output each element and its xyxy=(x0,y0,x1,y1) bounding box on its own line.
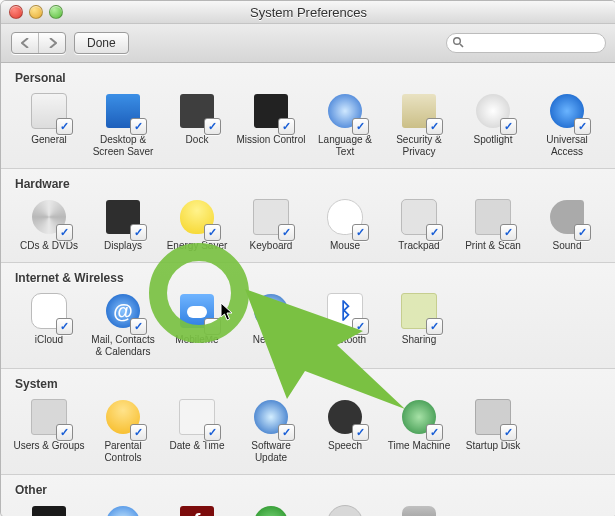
section-grid: iCloudMail, Contacts & CalendarsMobileMe… xyxy=(1,291,615,358)
visibility-checkbox[interactable] xyxy=(500,118,517,135)
visibility-checkbox[interactable] xyxy=(278,424,295,441)
prefpane-trackball-works[interactable]: Trackball Works xyxy=(309,503,381,516)
launchpad-icon xyxy=(399,503,439,516)
prefpane-dock[interactable]: Dock xyxy=(161,91,233,158)
prefpane-flip4mac-wmv[interactable]: Flip4Mac WMV xyxy=(235,503,307,516)
section-system: SystemUsers & GroupsParental ControlsDat… xyxy=(1,369,615,475)
visibility-checkbox[interactable] xyxy=(204,318,221,335)
visibility-checkbox[interactable] xyxy=(574,224,591,241)
close-icon[interactable] xyxy=(9,5,23,19)
visibility-checkbox[interactable] xyxy=(130,424,147,441)
zoom-icon[interactable] xyxy=(49,5,63,19)
visibility-checkbox[interactable] xyxy=(204,224,221,241)
visibility-checkbox[interactable] xyxy=(426,424,443,441)
visibility-checkbox[interactable] xyxy=(204,424,221,441)
prefpane-print-scan[interactable]: Print & Scan xyxy=(457,197,529,252)
svg-line-1 xyxy=(460,44,463,47)
prefpane-parental-controls[interactable]: Parental Controls xyxy=(87,397,159,464)
prefpane-divx[interactable]: DivX xyxy=(87,503,159,516)
prefpane-users-groups[interactable]: Users & Groups xyxy=(13,397,85,464)
prefpane-speech[interactable]: Speech xyxy=(309,397,381,464)
prefpane-label: Date & Time xyxy=(161,440,233,452)
visibility-checkbox[interactable] xyxy=(278,318,295,335)
prefpane-displays[interactable]: Displays xyxy=(87,197,159,252)
network-icon xyxy=(251,291,291,331)
keyboard-icon xyxy=(251,197,291,237)
prefpane-cds-dvds[interactable]: CDs & DVDs xyxy=(13,197,85,252)
app-icon xyxy=(32,506,66,516)
speech-icon xyxy=(325,397,365,437)
prefpane-network[interactable]: Network xyxy=(235,291,307,358)
prefpane-launchpad[interactable]: Launchpad xyxy=(383,503,455,516)
section-grid: Default Folder XDivXFlash PlayerFlip4Mac… xyxy=(1,503,615,516)
prefpane-software-update[interactable]: Software Update xyxy=(235,397,307,464)
prefpane-date-time[interactable]: Date & Time xyxy=(161,397,233,464)
visibility-checkbox[interactable] xyxy=(130,224,147,241)
prefpane-label: Bluetooth xyxy=(309,334,381,346)
visibility-checkbox[interactable] xyxy=(130,118,147,135)
titlebar: System Preferences xyxy=(1,1,615,24)
done-button[interactable]: Done xyxy=(74,32,129,54)
prefpane-trackpad[interactable]: Trackpad xyxy=(383,197,455,252)
energy-saver-icon xyxy=(177,197,217,237)
back-button[interactable] xyxy=(12,33,38,53)
flash-player-icon xyxy=(177,503,217,516)
prefpane-mission-control[interactable]: Mission Control xyxy=(235,91,307,158)
visibility-checkbox[interactable] xyxy=(56,424,73,441)
prefpane-sharing[interactable]: Sharing xyxy=(383,291,455,358)
prefpane-keyboard[interactable]: Keyboard xyxy=(235,197,307,252)
prefpane-mouse[interactable]: Mouse xyxy=(309,197,381,252)
visibility-checkbox[interactable] xyxy=(426,118,443,135)
prefpane-label: Startup Disk xyxy=(457,440,529,452)
prefpane-label: Trackpad xyxy=(383,240,455,252)
minimize-icon[interactable] xyxy=(29,5,43,19)
visibility-checkbox[interactable] xyxy=(352,224,369,241)
prefpane-language-text[interactable]: Language & Text xyxy=(309,91,381,158)
prefpane-label: Spotlight xyxy=(457,134,529,146)
sound-icon xyxy=(547,197,587,237)
prefpane-desktop[interactable]: Desktop & Screen Saver xyxy=(87,91,159,158)
prefpane-spotlight[interactable]: Spotlight xyxy=(457,91,529,158)
visibility-checkbox[interactable] xyxy=(56,224,73,241)
nav-back-forward xyxy=(11,32,66,54)
visibility-checkbox[interactable] xyxy=(500,424,517,441)
prefpane-startup-disk[interactable]: Startup Disk xyxy=(457,397,529,464)
mail-contacts-calendars-icon xyxy=(103,291,143,331)
time-machine-icon xyxy=(399,397,439,437)
visibility-checkbox[interactable] xyxy=(352,424,369,441)
visibility-checkbox[interactable] xyxy=(278,118,295,135)
visibility-checkbox[interactable] xyxy=(278,224,295,241)
visibility-checkbox[interactable] xyxy=(56,118,73,135)
visibility-checkbox[interactable] xyxy=(574,118,591,135)
prefpane-time-machine[interactable]: Time Machine xyxy=(383,397,455,464)
prefpane-icloud[interactable]: iCloud xyxy=(13,291,85,358)
prefpane-general[interactable]: General xyxy=(13,91,85,158)
search-field xyxy=(446,33,606,53)
prefpane-universal-access[interactable]: Universal Access xyxy=(531,91,603,158)
search-input[interactable] xyxy=(446,33,606,53)
visibility-checkbox[interactable] xyxy=(500,224,517,241)
divx-icon xyxy=(103,503,143,516)
visibility-checkbox[interactable] xyxy=(130,318,147,335)
section-header: Other xyxy=(1,481,615,503)
prefpane-label: Universal Access xyxy=(531,134,603,158)
mouse-icon xyxy=(325,197,365,237)
section-header: Personal xyxy=(1,69,615,91)
visibility-checkbox[interactable] xyxy=(426,224,443,241)
prefpane-bluetooth[interactable]: Bluetooth xyxy=(309,291,381,358)
visibility-checkbox[interactable] xyxy=(204,118,221,135)
section-other: OtherDefault Folder XDivXFlash PlayerFli… xyxy=(1,475,615,516)
prefpane-mail-contacts-calendars[interactable]: Mail, Contacts & Calendars xyxy=(87,291,159,358)
prefpane-energy-saver[interactable]: Energy Saver xyxy=(161,197,233,252)
desktop-icon xyxy=(103,91,143,131)
prefpane-default-folder-x[interactable]: Default Folder X xyxy=(13,503,85,516)
visibility-checkbox[interactable] xyxy=(56,318,73,335)
prefpane-sound[interactable]: Sound xyxy=(531,197,603,252)
visibility-checkbox[interactable] xyxy=(352,118,369,135)
prefpane-flash-player[interactable]: Flash Player xyxy=(161,503,233,516)
default-folder-x-icon xyxy=(29,503,69,516)
visibility-checkbox[interactable] xyxy=(352,318,369,335)
forward-button[interactable] xyxy=(38,33,65,53)
visibility-checkbox[interactable] xyxy=(426,318,443,335)
prefpane-security-privacy[interactable]: Security & Privacy xyxy=(383,91,455,158)
